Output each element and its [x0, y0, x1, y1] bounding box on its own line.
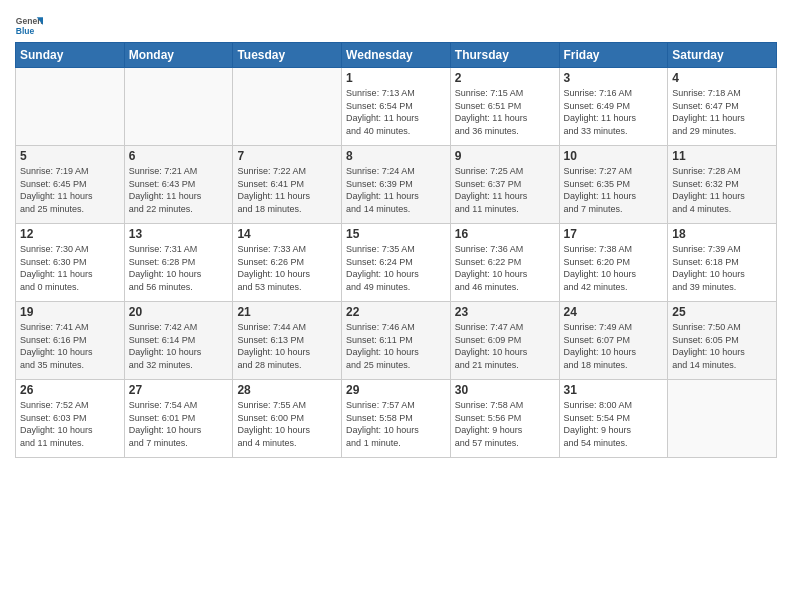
day-number: 28	[237, 383, 337, 397]
page-container: General Blue SundayMondayTuesdayWednesda…	[0, 0, 792, 468]
calendar-cell: 16Sunrise: 7:36 AM Sunset: 6:22 PM Dayli…	[450, 224, 559, 302]
day-info: Sunrise: 7:41 AM Sunset: 6:16 PM Dayligh…	[20, 321, 120, 371]
calendar-cell: 9Sunrise: 7:25 AM Sunset: 6:37 PM Daylig…	[450, 146, 559, 224]
day-number: 8	[346, 149, 446, 163]
day-info: Sunrise: 7:42 AM Sunset: 6:14 PM Dayligh…	[129, 321, 229, 371]
day-number: 11	[672, 149, 772, 163]
calendar-cell: 10Sunrise: 7:27 AM Sunset: 6:35 PM Dayli…	[559, 146, 668, 224]
calendar-cell: 6Sunrise: 7:21 AM Sunset: 6:43 PM Daylig…	[124, 146, 233, 224]
calendar-cell: 22Sunrise: 7:46 AM Sunset: 6:11 PM Dayli…	[342, 302, 451, 380]
calendar-cell	[16, 68, 125, 146]
calendar-cell: 4Sunrise: 7:18 AM Sunset: 6:47 PM Daylig…	[668, 68, 777, 146]
calendar-cell: 24Sunrise: 7:49 AM Sunset: 6:07 PM Dayli…	[559, 302, 668, 380]
day-info: Sunrise: 7:38 AM Sunset: 6:20 PM Dayligh…	[564, 243, 664, 293]
day-number: 18	[672, 227, 772, 241]
day-number: 17	[564, 227, 664, 241]
calendar-cell: 7Sunrise: 7:22 AM Sunset: 6:41 PM Daylig…	[233, 146, 342, 224]
calendar-cell: 13Sunrise: 7:31 AM Sunset: 6:28 PM Dayli…	[124, 224, 233, 302]
day-info: Sunrise: 7:57 AM Sunset: 5:58 PM Dayligh…	[346, 399, 446, 449]
day-number: 24	[564, 305, 664, 319]
weekday-header: Tuesday	[233, 43, 342, 68]
day-number: 3	[564, 71, 664, 85]
calendar-cell: 11Sunrise: 7:28 AM Sunset: 6:32 PM Dayli…	[668, 146, 777, 224]
calendar-cell: 8Sunrise: 7:24 AM Sunset: 6:39 PM Daylig…	[342, 146, 451, 224]
day-info: Sunrise: 7:18 AM Sunset: 6:47 PM Dayligh…	[672, 87, 772, 137]
logo-icon: General Blue	[15, 14, 43, 36]
weekday-header: Wednesday	[342, 43, 451, 68]
day-info: Sunrise: 7:22 AM Sunset: 6:41 PM Dayligh…	[237, 165, 337, 215]
day-number: 12	[20, 227, 120, 241]
calendar-cell: 15Sunrise: 7:35 AM Sunset: 6:24 PM Dayli…	[342, 224, 451, 302]
calendar-cell: 3Sunrise: 7:16 AM Sunset: 6:49 PM Daylig…	[559, 68, 668, 146]
calendar-table: SundayMondayTuesdayWednesdayThursdayFrid…	[15, 42, 777, 458]
calendar-cell: 2Sunrise: 7:15 AM Sunset: 6:51 PM Daylig…	[450, 68, 559, 146]
calendar-cell: 20Sunrise: 7:42 AM Sunset: 6:14 PM Dayli…	[124, 302, 233, 380]
calendar-cell: 18Sunrise: 7:39 AM Sunset: 6:18 PM Dayli…	[668, 224, 777, 302]
day-info: Sunrise: 7:21 AM Sunset: 6:43 PM Dayligh…	[129, 165, 229, 215]
day-info: Sunrise: 7:49 AM Sunset: 6:07 PM Dayligh…	[564, 321, 664, 371]
day-number: 25	[672, 305, 772, 319]
day-info: Sunrise: 7:13 AM Sunset: 6:54 PM Dayligh…	[346, 87, 446, 137]
day-info: Sunrise: 7:39 AM Sunset: 6:18 PM Dayligh…	[672, 243, 772, 293]
day-number: 27	[129, 383, 229, 397]
calendar-cell: 1Sunrise: 7:13 AM Sunset: 6:54 PM Daylig…	[342, 68, 451, 146]
day-number: 13	[129, 227, 229, 241]
page-header: General Blue	[15, 10, 777, 36]
day-info: Sunrise: 8:00 AM Sunset: 5:54 PM Dayligh…	[564, 399, 664, 449]
day-info: Sunrise: 7:36 AM Sunset: 6:22 PM Dayligh…	[455, 243, 555, 293]
day-number: 29	[346, 383, 446, 397]
weekday-header: Thursday	[450, 43, 559, 68]
calendar-cell: 27Sunrise: 7:54 AM Sunset: 6:01 PM Dayli…	[124, 380, 233, 458]
calendar-week-row: 1Sunrise: 7:13 AM Sunset: 6:54 PM Daylig…	[16, 68, 777, 146]
day-number: 9	[455, 149, 555, 163]
day-number: 7	[237, 149, 337, 163]
day-number: 2	[455, 71, 555, 85]
calendar-cell: 12Sunrise: 7:30 AM Sunset: 6:30 PM Dayli…	[16, 224, 125, 302]
calendar-cell: 19Sunrise: 7:41 AM Sunset: 6:16 PM Dayli…	[16, 302, 125, 380]
day-number: 5	[20, 149, 120, 163]
day-number: 14	[237, 227, 337, 241]
day-number: 31	[564, 383, 664, 397]
day-number: 26	[20, 383, 120, 397]
day-info: Sunrise: 7:55 AM Sunset: 6:00 PM Dayligh…	[237, 399, 337, 449]
day-info: Sunrise: 7:44 AM Sunset: 6:13 PM Dayligh…	[237, 321, 337, 371]
calendar-cell: 26Sunrise: 7:52 AM Sunset: 6:03 PM Dayli…	[16, 380, 125, 458]
day-info: Sunrise: 7:58 AM Sunset: 5:56 PM Dayligh…	[455, 399, 555, 449]
day-info: Sunrise: 7:47 AM Sunset: 6:09 PM Dayligh…	[455, 321, 555, 371]
day-number: 10	[564, 149, 664, 163]
day-info: Sunrise: 7:25 AM Sunset: 6:37 PM Dayligh…	[455, 165, 555, 215]
weekday-header: Saturday	[668, 43, 777, 68]
calendar-cell: 31Sunrise: 8:00 AM Sunset: 5:54 PM Dayli…	[559, 380, 668, 458]
day-number: 1	[346, 71, 446, 85]
day-number: 19	[20, 305, 120, 319]
day-number: 20	[129, 305, 229, 319]
calendar-cell: 25Sunrise: 7:50 AM Sunset: 6:05 PM Dayli…	[668, 302, 777, 380]
day-info: Sunrise: 7:52 AM Sunset: 6:03 PM Dayligh…	[20, 399, 120, 449]
day-info: Sunrise: 7:31 AM Sunset: 6:28 PM Dayligh…	[129, 243, 229, 293]
day-number: 23	[455, 305, 555, 319]
day-info: Sunrise: 7:46 AM Sunset: 6:11 PM Dayligh…	[346, 321, 446, 371]
day-info: Sunrise: 7:27 AM Sunset: 6:35 PM Dayligh…	[564, 165, 664, 215]
weekday-header: Sunday	[16, 43, 125, 68]
day-number: 15	[346, 227, 446, 241]
day-info: Sunrise: 7:54 AM Sunset: 6:01 PM Dayligh…	[129, 399, 229, 449]
calendar-cell: 21Sunrise: 7:44 AM Sunset: 6:13 PM Dayli…	[233, 302, 342, 380]
day-info: Sunrise: 7:28 AM Sunset: 6:32 PM Dayligh…	[672, 165, 772, 215]
calendar-cell	[124, 68, 233, 146]
day-info: Sunrise: 7:24 AM Sunset: 6:39 PM Dayligh…	[346, 165, 446, 215]
weekday-row: SundayMondayTuesdayWednesdayThursdayFrid…	[16, 43, 777, 68]
calendar-cell	[668, 380, 777, 458]
calendar-week-row: 26Sunrise: 7:52 AM Sunset: 6:03 PM Dayli…	[16, 380, 777, 458]
day-number: 30	[455, 383, 555, 397]
calendar-week-row: 19Sunrise: 7:41 AM Sunset: 6:16 PM Dayli…	[16, 302, 777, 380]
day-number: 4	[672, 71, 772, 85]
day-info: Sunrise: 7:19 AM Sunset: 6:45 PM Dayligh…	[20, 165, 120, 215]
day-info: Sunrise: 7:16 AM Sunset: 6:49 PM Dayligh…	[564, 87, 664, 137]
calendar-cell: 5Sunrise: 7:19 AM Sunset: 6:45 PM Daylig…	[16, 146, 125, 224]
day-info: Sunrise: 7:35 AM Sunset: 6:24 PM Dayligh…	[346, 243, 446, 293]
calendar-header: SundayMondayTuesdayWednesdayThursdayFrid…	[16, 43, 777, 68]
day-number: 21	[237, 305, 337, 319]
calendar-week-row: 12Sunrise: 7:30 AM Sunset: 6:30 PM Dayli…	[16, 224, 777, 302]
calendar-cell	[233, 68, 342, 146]
day-info: Sunrise: 7:30 AM Sunset: 6:30 PM Dayligh…	[20, 243, 120, 293]
